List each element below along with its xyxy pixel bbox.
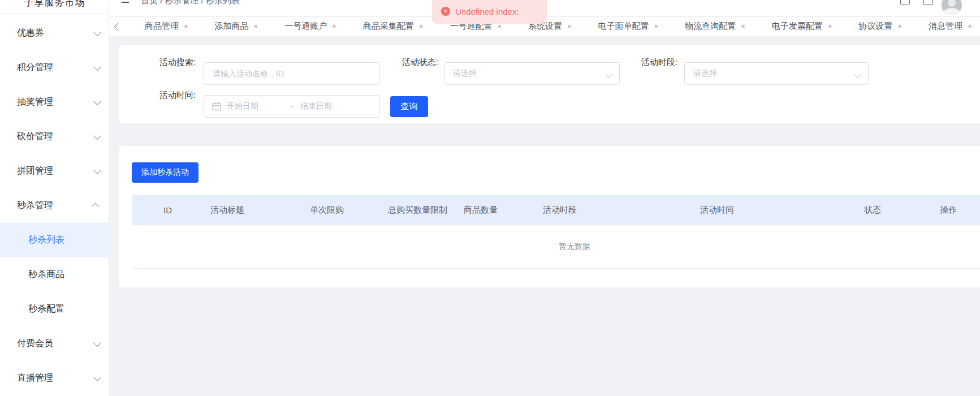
app-logo: 子享服务市场 <box>0 0 109 9</box>
chevron-down-icon <box>93 62 101 70</box>
sidebar-item-label: 砍价管理 <box>17 131 53 143</box>
tab-label: 电子发票配置 <box>772 21 823 32</box>
tab-eorder-config[interactable]: 电子面单配置× <box>598 21 659 32</box>
close-icon[interactable]: × <box>741 22 745 31</box>
tab-label: 电子面单配置 <box>598 21 649 32</box>
breadcrumb: 首页 / 秒杀管理 / 秒杀列表 <box>141 0 240 6</box>
tabs-scroll-left-icon[interactable] <box>114 22 122 30</box>
query-button[interactable]: 查询 <box>390 96 428 117</box>
status-label: 活动状态: <box>370 51 438 74</box>
sidebar-item-label: 秒杀管理 <box>17 200 53 212</box>
tab-goods-collect-config[interactable]: 商品采集配置× <box>363 21 424 32</box>
add-seckill-activity-button[interactable]: 添加秒杀活动 <box>132 162 198 183</box>
chevron-down-icon <box>93 338 101 346</box>
sidebar-item-label: 积分管理 <box>17 62 53 74</box>
sidebar: 子享服务市场 优惠券 积分管理 抽奖管理 砍价管理 拼团管理 秒杀管理 秒杀列表 <box>0 0 109 396</box>
activity-period-select[interactable]: 请选择 <box>684 62 869 85</box>
table-empty-row: 暂无数据 <box>132 225 980 269</box>
sidebar-item-label: 优惠券 <box>17 27 44 39</box>
sidebar-item-label: 拼团管理 <box>17 165 53 177</box>
select-placeholder: 请选择 <box>453 68 477 79</box>
chevron-down-icon <box>93 28 101 36</box>
message-icon[interactable] <box>923 0 933 5</box>
sidebar-menu: 优惠券 积分管理 抽奖管理 砍价管理 拼团管理 秒杀管理 秒杀列表 秒杀商品 <box>0 16 109 395</box>
tabs: 商品管理× 添加商品× 一号通账户× 商品采集配置× 一号通配置× 系统设置× … <box>145 21 972 32</box>
close-icon[interactable]: × <box>897 22 902 31</box>
sidebar-item-bargain[interactable]: 砍价管理 <box>0 119 109 154</box>
chevron-up-icon <box>92 203 100 210</box>
tab-label: 商品管理 <box>145 21 179 32</box>
close-icon[interactable]: × <box>254 22 258 31</box>
error-circle-icon: ✕ <box>441 7 450 16</box>
date-range-text: 开始日期 - 结束日期 <box>227 101 379 111</box>
close-icon[interactable]: × <box>419 22 424 31</box>
sidebar-item-seckill-list[interactable]: 秒杀列表 <box>0 223 109 257</box>
sidebar-item-points[interactable]: 积分管理 <box>0 50 109 85</box>
sidebar-item-live[interactable]: 直播管理 <box>0 361 109 395</box>
list-card: 添加秒杀活动 ID 活动标题 单次限购 总购买数量限制 商品数量 活动时段 活动… <box>119 146 980 287</box>
hamburger-icon[interactable]: ☰ <box>120 0 129 6</box>
close-icon[interactable]: × <box>184 22 188 31</box>
start-date-placeholder: 开始日期 <box>227 101 283 111</box>
activity-search-input[interactable] <box>204 62 380 85</box>
chevron-down-icon <box>854 71 861 78</box>
tab-label: 添加商品 <box>215 21 249 32</box>
avatar-head-shape <box>948 0 956 7</box>
sidebar-item-label: 秒杀商品 <box>28 269 64 281</box>
activity-status-select[interactable]: 请选择 <box>444 62 620 85</box>
sidebar-item-seckill[interactable]: 秒杀管理 <box>0 188 109 223</box>
sidebar-item-coupon[interactable]: 优惠券 <box>0 16 109 50</box>
tab-einvoice-config[interactable]: 电子发票配置× <box>772 21 832 32</box>
close-icon[interactable]: × <box>654 22 659 31</box>
tab-logistics-query-config[interactable]: 物流查询配置× <box>685 21 745 32</box>
sidebar-item-paid-member[interactable]: 付费会员 <box>0 326 109 361</box>
tab-add-goods[interactable]: 添加商品× <box>215 21 258 32</box>
sidebar-item-groupbuy[interactable]: 拼团管理 <box>0 154 109 188</box>
date-separator: - <box>283 102 300 111</box>
close-icon[interactable]: × <box>332 22 336 31</box>
seckill-table: ID 活动标题 单次限购 总购买数量限制 商品数量 活动时段 活动时间 状态 操… <box>132 195 980 269</box>
column-header-time: 活动时间 <box>668 205 832 216</box>
search-label: 活动搜索: <box>119 51 196 74</box>
avatar-body-shape <box>943 8 960 15</box>
logo-divider <box>0 13 109 14</box>
time-label: 活动时间: <box>119 84 196 106</box>
period-label: 活动时段: <box>610 51 677 74</box>
tab-label: 商品采集配置 <box>363 21 414 32</box>
column-header-id: ID <box>132 205 179 215</box>
tab-agreement-settings[interactable]: 协议设置× <box>858 21 902 32</box>
fullscreen-icon[interactable] <box>900 0 910 5</box>
table-header-row: ID 活动标题 单次限购 总购买数量限制 商品数量 活动时段 活动时间 状态 操… <box>132 195 980 225</box>
column-header-actions: 操作 <box>908 205 980 216</box>
tab-label: 协议设置 <box>858 21 892 32</box>
empty-text: 暂无数据 <box>559 242 590 252</box>
filter-card: 活动搜索: 活动状态: 请选择 活动时段: 请选择 活动时间: 开始日期 - 结… <box>119 45 980 123</box>
sidebar-item-seckill-config[interactable]: 秒杀配置 <box>0 292 109 326</box>
column-header-goods-count: 商品数量 <box>432 205 511 216</box>
close-icon[interactable]: × <box>567 22 572 31</box>
sidebar-item-label: 秒杀列表 <box>28 234 64 246</box>
chevron-down-icon <box>93 131 101 139</box>
tab-yihaotong-account[interactable]: 一号通账户× <box>284 21 336 32</box>
calendar-icon <box>212 102 221 111</box>
sidebar-item-label: 付费会员 <box>17 338 53 350</box>
chevron-down-icon <box>93 373 101 381</box>
sidebar-item-label: 抽奖管理 <box>17 96 53 108</box>
chevron-down-icon <box>93 97 101 105</box>
column-header-period: 活动时段 <box>511 205 668 216</box>
sidebar-item-label: 直播管理 <box>17 372 53 384</box>
tab-message-manage[interactable]: 消息管理× <box>929 21 972 32</box>
select-placeholder: 请选择 <box>693 68 717 79</box>
column-header-single-limit: 单次限购 <box>278 205 356 216</box>
close-icon[interactable]: × <box>828 22 832 31</box>
sidebar-item-seckill-goods[interactable]: 秒杀商品 <box>0 257 109 292</box>
sidebar-item-lottery[interactable]: 抽奖管理 <box>0 85 109 119</box>
error-toast: ✕ Undefined index: <box>432 0 547 24</box>
column-header-title: 活动标题 <box>179 205 278 216</box>
error-message: Undefined index: <box>455 7 519 16</box>
activity-date-range-picker[interactable]: 开始日期 - 结束日期 <box>204 95 380 118</box>
chevron-down-icon <box>93 166 101 174</box>
tab-goods-manage[interactable]: 商品管理× <box>145 21 188 32</box>
avatar[interactable] <box>942 0 962 15</box>
close-icon[interactable]: × <box>968 22 972 31</box>
